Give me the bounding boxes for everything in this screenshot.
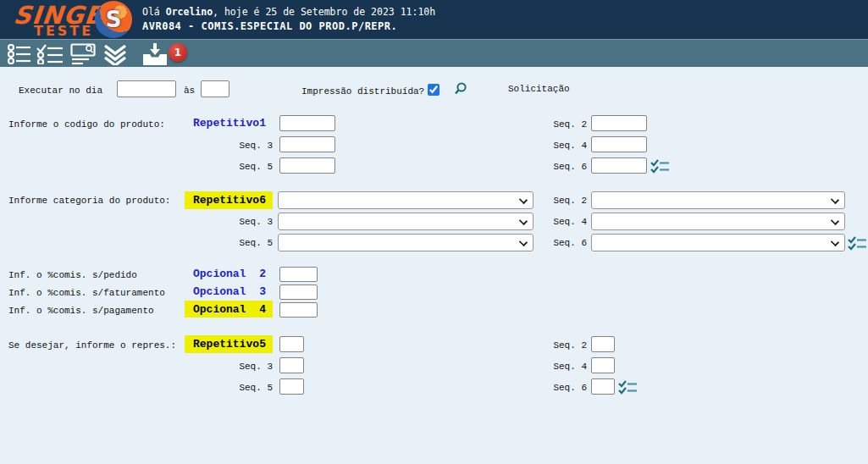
commission-billing-mode-label: Opcional: [193, 285, 246, 298]
product-seq6-input[interactable]: [591, 157, 647, 174]
commission-payment-mode-label: Opcional: [193, 303, 246, 316]
product-seq3-input[interactable]: [279, 136, 335, 152]
search-button[interactable]: [454, 81, 468, 96]
category-seq4-label: Seq. 4: [517, 216, 587, 228]
representative-mode-toggle[interactable]: Repetitivo 5: [185, 335, 273, 353]
product-mode-toggle[interactable]: Repetitivo 1: [185, 114, 273, 132]
list-icon: [7, 44, 32, 64]
commission-billing-label: Inf. o %comis. s/faturamento: [8, 287, 165, 299]
category-seq1-select[interactable]: [278, 191, 534, 209]
app-header: SINGE TESTE S Olá Orcelino, hoje é 25 de…: [0, 0, 868, 39]
product-seq4-input[interactable]: [591, 136, 647, 152]
representative-seq3-input[interactable]: [279, 357, 304, 373]
category-mode-label: Repetitivo: [193, 194, 259, 207]
commission-order-mode-label: Opcional: [193, 268, 246, 280]
execute-date-input[interactable]: [117, 80, 176, 97]
screen-query-button[interactable]: [69, 43, 98, 65]
category-seq5-select[interactable]: [278, 234, 534, 251]
representative-section-label: Se desejar, informe o repres.:: [8, 340, 176, 351]
logo-letter: S: [106, 7, 122, 32]
app-window: SINGE TESTE S Olá Orcelino, hoje é 25 de…: [0, 0, 868, 464]
checklist-icon: [650, 159, 670, 174]
commission-payment-label: Inf. o %comis. s/pagamento: [8, 305, 154, 317]
representative-seq4-label: Seq. 4: [517, 361, 587, 373]
checklist-icon: [848, 236, 867, 251]
commission-payment-mode-toggle[interactable]: Opcional 4: [185, 301, 273, 318]
category-seq6-select[interactable]: [591, 234, 845, 251]
category-mode-number: 6: [259, 194, 266, 207]
product-mode-number: 1: [259, 117, 266, 130]
greeting-prefix: Olá: [142, 6, 166, 18]
representative-seq1-input[interactable]: [279, 336, 304, 352]
notification-badge[interactable]: 1: [169, 43, 187, 62]
commission-payment-mode-number: 4: [259, 303, 266, 316]
representative-seq3-label: Seq. 3: [203, 361, 273, 373]
category-seq6-label: Seq. 6: [517, 237, 587, 249]
execute-date-label: Executar no dia: [19, 85, 102, 97]
representative-seq2-label: Seq. 2: [517, 340, 587, 351]
commission-order-mode-toggle[interactable]: Opcional 2: [185, 265, 273, 282]
expand-all-button[interactable]: [101, 43, 130, 65]
product-section-label: Informe o codigo do produto:: [8, 119, 165, 130]
product-mode-label: Repetitivo: [193, 117, 259, 130]
product-seq6-label: Seq. 6: [517, 161, 587, 173]
representative-seq4-input[interactable]: [591, 357, 615, 373]
commission-billing-input[interactable]: [279, 284, 318, 300]
product-seq5-label: Seq. 5: [203, 161, 273, 173]
representative-multi-entry-button[interactable]: [618, 380, 638, 395]
download-tray-icon: [142, 43, 168, 66]
greeting-username: Orcelino: [166, 6, 213, 18]
category-seq3-label: Seq. 3: [203, 216, 273, 228]
execute-time-input[interactable]: [201, 80, 229, 97]
commission-billing-mode-toggle[interactable]: Opcional 3: [185, 283, 273, 300]
product-seq5-input[interactable]: [279, 157, 335, 174]
distributed-print-label: Impressão distribuída?: [301, 86, 424, 97]
category-seq2-label: Seq. 2: [517, 195, 587, 207]
category-section-label: Informe categoria do produto:: [8, 195, 170, 207]
representative-seq5-label: Seq. 5: [203, 382, 273, 394]
greeting-line: Olá Orcelino, hoje é 25 de Setembro de 2…: [142, 6, 435, 18]
category-seq4-select[interactable]: [591, 213, 845, 230]
request-label: Solicitação: [508, 83, 570, 95]
magnifier-icon: [454, 81, 468, 96]
representative-seq6-label: Seq. 6: [517, 382, 587, 394]
toolbar: 1: [0, 39, 868, 67]
product-multi-entry-button[interactable]: [650, 159, 670, 174]
greeting-rest: , hoje é 25 de Setembro de 2023 11:10h: [213, 6, 435, 18]
category-seq2-select[interactable]: [591, 191, 845, 209]
distributed-print-checkbox[interactable]: [428, 84, 440, 96]
execute-time-label: às: [184, 85, 195, 97]
program-title: AVR084 - COMIS.ESPECIAL DO PROD.P/REPR.: [142, 20, 397, 32]
commission-order-input[interactable]: [279, 267, 318, 282]
category-multi-entry-button[interactable]: [848, 236, 867, 251]
checklist-icon: [618, 380, 638, 395]
representative-mode-label: Repetitivo: [193, 338, 259, 351]
download-queue-button[interactable]: [141, 43, 169, 65]
representative-seq5-input[interactable]: [279, 378, 304, 395]
category-mode-toggle[interactable]: Repetitivo 6: [185, 191, 273, 209]
checked-list-icon: [36, 44, 64, 64]
double-chevron-down-icon: [102, 44, 128, 65]
singe-logo-icon: S: [95, 1, 132, 38]
checked-list-button[interactable]: [36, 43, 64, 65]
brand-teste: TESTE: [34, 23, 93, 39]
product-seq2-label: Seq. 2: [517, 119, 587, 130]
commission-billing-mode-number: 3: [259, 285, 266, 298]
list-menu-button[interactable]: [5, 43, 34, 65]
commission-payment-input[interactable]: [279, 302, 318, 318]
representative-seq6-input[interactable]: [591, 378, 615, 395]
product-seq3-label: Seq. 3: [203, 140, 273, 152]
screen-search-icon: [70, 43, 97, 65]
commission-order-label: Inf. o %comis. s/pedido: [8, 269, 137, 281]
product-seq2-input[interactable]: [591, 115, 647, 131]
category-seq5-label: Seq. 5: [203, 237, 273, 249]
commission-order-mode-number: 2: [259, 268, 266, 280]
category-seq3-select[interactable]: [278, 213, 534, 230]
representative-mode-number: 5: [259, 338, 266, 351]
product-seq1-input[interactable]: [279, 115, 335, 131]
representative-seq2-input[interactable]: [591, 336, 615, 352]
product-seq4-label: Seq. 4: [517, 140, 587, 152]
